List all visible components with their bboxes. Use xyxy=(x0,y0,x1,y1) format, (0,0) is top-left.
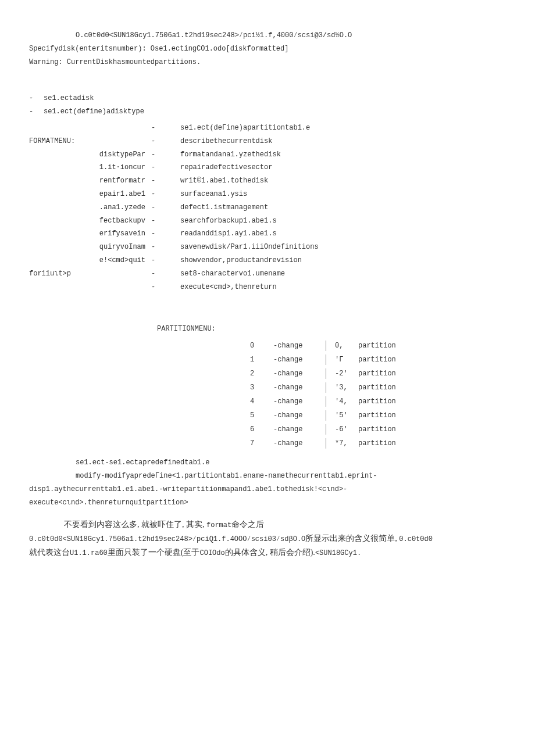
dash-icon: - xyxy=(151,135,180,148)
table-row: 3 -change '3, partition xyxy=(250,381,506,395)
format-menu-left: FORMATMENU: disktypePar 1.it·ioncur rent… xyxy=(29,121,151,281)
separator-icon xyxy=(326,396,332,407)
select-item-disktype: - se1.ect(define)adisktype xyxy=(29,105,506,119)
dash-icon: - xyxy=(151,267,180,281)
pt-num: 5 xyxy=(250,409,273,422)
fl-0: disktypePar xyxy=(29,148,151,162)
cjk-2a: 0.c0t0d0<SUN18Gcy1.7506a1.t2hd19sec248>∕… xyxy=(29,535,305,543)
fr-10: showvendor,productandrevision xyxy=(180,254,506,267)
pt-change: -change xyxy=(273,353,326,367)
fl-4: .ana1.yzede xyxy=(29,201,151,214)
dash-icon: - xyxy=(151,188,180,201)
fr-0: se1.ect(deΓine)apartitiontab1.e xyxy=(180,121,506,135)
pt-id: 0, xyxy=(335,339,358,353)
fl-3: epair1.abe1 xyxy=(29,188,151,201)
partition-menu: PARTITIONMENU: 0 -change 0, partition 1 … xyxy=(29,323,506,450)
cjk-1b: format xyxy=(206,521,231,529)
top-line-3: Warning: CurrentDiskhasmountedpartitions… xyxy=(29,56,506,69)
para-l1: se1.ect-se1.ectapredefinedtab1.e xyxy=(29,456,506,470)
table-row: 4 -change '4, partition xyxy=(250,395,506,409)
format-menu-right: se1.ect(deΓine)apartitiontab1.e describe… xyxy=(180,121,506,293)
pt-word: partition xyxy=(358,422,396,436)
cjk-3b: U1.1.ra60 xyxy=(70,549,108,557)
pt-num: 1 xyxy=(250,353,273,367)
fr-12: execute<cmd>,thenreturn xyxy=(180,281,506,294)
cjk-line-2: 0.c0t0d0<SUN18Gcy1.7506a1.t2hd19sec248>∕… xyxy=(29,532,506,546)
fr-7: searchforbackup1.abe1.s xyxy=(180,214,506,228)
table-row: 7 -change *7, partition xyxy=(250,436,506,450)
fl-last: for11uιt>p xyxy=(29,267,151,281)
fr-6: defect1.istmanagement xyxy=(180,201,506,214)
fl-7: quiryvoInam xyxy=(29,241,151,254)
terminal-output-top: O.c0t0d0<SUN18Gcy1.7506a1.t2hd19sec248>∕… xyxy=(29,29,506,69)
pt-id: '5' xyxy=(335,409,358,422)
dash-icon: - xyxy=(151,214,180,228)
cjk-2c: 0.c0t0d0 xyxy=(399,535,433,543)
partition-menu-title: PARTITIONMENU: xyxy=(29,323,506,336)
separator-icon xyxy=(326,424,332,435)
dash-icon: - xyxy=(29,105,44,119)
dash-icon: - xyxy=(151,241,180,254)
para-l3: disp1.aythecurrenttab1.e1.abe1.-writepar… xyxy=(29,483,506,496)
cjk-3a: 就代表这台 xyxy=(29,548,70,557)
dash-icon: - xyxy=(151,148,180,162)
fl-6: erifysavein xyxy=(29,227,151,241)
cjk-line-3: 就代表这台U1.1.ra60里面只装了一个硬盘(至于COIOdo的具体含义, 稍… xyxy=(29,546,506,560)
pt-num: 3 xyxy=(250,381,273,395)
pt-num: 4 xyxy=(250,395,273,409)
top-line-1: O.c0t0d0<SUN18Gcy1.7506a1.t2hd19sec248>∕… xyxy=(29,29,506,42)
dash-icon: - xyxy=(29,92,44,105)
explanation-paragraph: 不要看到内容这么多, 就被吓住了, 其实, format命令之后 0.c0t0d… xyxy=(29,518,506,559)
table-row: 1 -change 'Γ partition xyxy=(250,353,506,367)
pt-change: -change xyxy=(273,381,326,395)
para-l4: execute<cιnd>.thenreturnquitpartition> xyxy=(29,496,506,510)
dash-icon: - xyxy=(151,121,180,135)
pt-num: 7 xyxy=(250,436,273,450)
separator-icon xyxy=(326,341,332,351)
fr-1: describethecurrentdisk xyxy=(180,135,506,148)
pt-word: partition xyxy=(358,395,396,409)
pt-num: 0 xyxy=(250,339,273,353)
fr-5: surfaceana1.ysis xyxy=(180,188,506,201)
pt-change: -change xyxy=(273,436,326,450)
pt-id: -2' xyxy=(335,367,358,381)
table-row: 0 -change 0, partition xyxy=(250,339,506,353)
pt-id: -6' xyxy=(335,422,358,436)
pt-change: -change xyxy=(273,409,326,422)
pt-word: partition xyxy=(358,339,396,353)
cjk-3f: <SUN18GCy1. xyxy=(315,549,361,557)
separator-icon xyxy=(326,438,332,449)
pt-word: partition xyxy=(358,381,396,395)
para-l2: modify-modifyapredeΓine<1.partitiontab1.… xyxy=(29,470,506,483)
separator-icon xyxy=(326,382,332,393)
pt-change: -change xyxy=(273,339,326,353)
table-row: 5 -change '5' partition xyxy=(250,409,506,422)
pt-id: *7, xyxy=(335,436,358,450)
pt-id: '3, xyxy=(335,381,358,395)
dash-icon: - xyxy=(151,281,180,294)
format-menu-title: FORMATMENU: xyxy=(29,135,151,148)
pt-id: '4, xyxy=(335,395,358,409)
format-menu: FORMATMENU: disktypePar 1.it·ioncur rent… xyxy=(29,121,506,293)
separator-icon xyxy=(326,354,332,365)
partition-commands-text: se1.ect-se1.ectapredefinedtab1.e modify-… xyxy=(29,456,506,509)
table-row: 2 -change -2' partition xyxy=(250,367,506,381)
fr-9: savenewdisk/Par1.iiiOndefinitions xyxy=(180,241,506,254)
pt-change: -change xyxy=(273,422,326,436)
cjk-3d: COIOdo xyxy=(199,549,224,557)
select-text-b: se1.ect(define)adisktype xyxy=(44,105,144,119)
dash-icon: - xyxy=(151,254,180,267)
fr-3: repairadefectivesector xyxy=(180,161,506,174)
pt-word: partition xyxy=(358,409,396,422)
separator-icon xyxy=(326,410,332,421)
pt-word: partition xyxy=(358,353,396,367)
cjk-1a: 不要看到内容这么多, 就被吓住了, 其实, xyxy=(64,520,206,529)
fl-8: e!<cmd>quit xyxy=(29,254,151,267)
top-line-2: Specifydisk(enteritsnumber): Ose1.ecting… xyxy=(29,42,506,56)
pt-change: -change xyxy=(273,395,326,409)
fr-2: formatandana1.yzethedisk xyxy=(180,148,506,162)
cjk-1c: 命令之后 xyxy=(231,520,264,529)
dash-icon: - xyxy=(151,161,180,174)
cjk-3e: 的具体含义, 稍后会介绍). xyxy=(225,548,315,557)
pt-word: partition xyxy=(358,436,396,450)
